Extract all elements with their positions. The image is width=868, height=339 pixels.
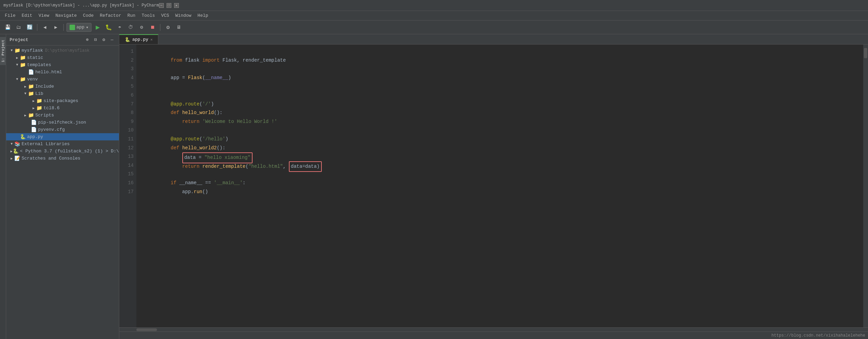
tree-item-tcl86[interactable]: ▶ 📁 tcl8.6 bbox=[6, 104, 119, 112]
folder-tcl-icon: 📁 bbox=[36, 105, 42, 111]
project-tree: ▼ 📁 mysflask D:\python\mysflask ▶ 📁 stat… bbox=[6, 46, 119, 339]
menu-file[interactable]: File bbox=[2, 12, 18, 19]
tree-label-pyvenv: pyvenv.cfg bbox=[38, 127, 65, 132]
tree-item-python37[interactable]: ▶ 🐍 < Python 3.7 (fullstack_s2) (1) > D:… bbox=[6, 148, 119, 155]
menu-view[interactable]: View bbox=[36, 12, 52, 19]
tree-label-venv: venv bbox=[27, 77, 38, 82]
str-hello-route: '/hello' bbox=[202, 136, 225, 142]
sync-button[interactable]: 🔄 bbox=[25, 23, 34, 32]
line-num-6: 6 bbox=[119, 91, 134, 100]
folder-site-icon: 📁 bbox=[36, 98, 42, 104]
kw-return2: return bbox=[182, 164, 199, 169]
title-bar: mysflask [D:\python\mysflask] - ...\app.… bbox=[0, 0, 868, 11]
debug-button[interactable]: 🐛 bbox=[104, 23, 113, 32]
line-num-17: 17 bbox=[119, 188, 134, 197]
toolbar: 💾 🗂 🔄 ◀ ▶ app ▾ ▶ 🐛 ☂ ⏱ ⚙ ⏹ ⚙ 🖥 bbox=[0, 21, 868, 34]
tree-item-hello-html[interactable]: 📄 hello.html bbox=[6, 68, 119, 76]
tree-label-site-packages: site-packages bbox=[44, 98, 78, 103]
tree-label-python37: < Python 3.7 (fullstack_s2) (1) > D:\ bbox=[20, 149, 119, 154]
sidebar-hide-icon[interactable]: — bbox=[109, 36, 115, 43]
menu-vcs[interactable]: VCS bbox=[158, 12, 172, 19]
fn-run: run bbox=[194, 189, 202, 194]
tree-item-lib[interactable]: ▼ 📁 Lib bbox=[6, 90, 119, 97]
stop-button[interactable]: ⏹ bbox=[148, 23, 157, 32]
menu-refactor[interactable]: Refactor bbox=[97, 12, 124, 19]
tree-item-static[interactable]: ▶ 📁 static bbox=[6, 54, 119, 61]
tree-item-mysflask[interactable]: ▼ 📁 mysflask D:\python\mysflask bbox=[6, 47, 119, 54]
tree-label-ext-libs: External Libraries bbox=[22, 141, 70, 147]
title-bar-controls: — □ ✕ bbox=[159, 3, 179, 8]
settings-button[interactable]: ⚙ bbox=[163, 23, 173, 32]
sidebar: Project ⊕ ⊟ ⚙ — ▼ 📁 mysflask D:\python\m… bbox=[6, 34, 119, 339]
tree-item-pip-json[interactable]: 📄 pip-selfcheck.json bbox=[6, 119, 119, 126]
folder-static-icon: 📁 bbox=[20, 55, 26, 61]
menu-tools[interactable]: Tools bbox=[139, 12, 158, 19]
terminal-button[interactable]: 🖥 bbox=[174, 23, 184, 32]
line-num-1: 1 bbox=[119, 47, 134, 56]
tree-label-include: Include bbox=[35, 84, 54, 89]
menu-run[interactable]: Run bbox=[125, 12, 138, 19]
code-editor[interactable]: from flask import Flask, render_template… bbox=[136, 45, 863, 327]
menu-edit[interactable]: Edit bbox=[19, 12, 35, 19]
tree-item-pyvenv[interactable]: 📄 pyvenv.cfg bbox=[6, 126, 119, 133]
coverage-button[interactable]: ☂ bbox=[115, 23, 124, 32]
tab-label-app-py: app.py bbox=[132, 37, 148, 42]
sidebar-collapse-icon[interactable]: ⊟ bbox=[92, 36, 99, 43]
expand-arrow-include-icon: ▶ bbox=[23, 85, 28, 89]
tab-close-icon[interactable]: ✕ bbox=[150, 37, 153, 42]
project-side-tab[interactable]: 1: Project bbox=[0, 37, 6, 65]
tree-label-templates: templates bbox=[27, 62, 51, 67]
line-num-9: 9 bbox=[119, 117, 134, 126]
menu-help[interactable]: Help bbox=[195, 12, 211, 19]
kw-import: import bbox=[202, 58, 219, 63]
folder-venv-icon: 📁 bbox=[20, 76, 26, 82]
folder-include-icon: 📁 bbox=[28, 84, 34, 89]
vertical-scrollbar[interactable] bbox=[863, 45, 868, 327]
folder-scripts-icon: 📁 bbox=[28, 112, 34, 118]
menu-bar: File Edit View Navigate Code Refactor Ru… bbox=[0, 11, 868, 21]
line-num-10: 10 bbox=[119, 126, 134, 135]
tree-item-site-packages[interactable]: ▶ 📁 site-packages bbox=[6, 97, 119, 104]
back-button[interactable]: ◀ bbox=[40, 23, 50, 32]
menu-navigate[interactable]: Navigate bbox=[53, 12, 80, 19]
run-config-dropdown[interactable]: app ▾ bbox=[66, 23, 91, 32]
sidebar-settings-icon[interactable]: ⚙ bbox=[100, 36, 107, 43]
tree-item-include[interactable]: ▶ 📁 Include bbox=[6, 83, 119, 90]
dropdown-arrow-icon: ▾ bbox=[86, 25, 88, 30]
tree-item-app-py[interactable]: 🐍 app.py bbox=[6, 133, 119, 140]
tree-item-venv[interactable]: ▼ 📁 venv bbox=[6, 76, 119, 83]
editor-tab-app-py[interactable]: 🐍 app.py ✕ bbox=[119, 34, 158, 44]
python-icon: 🐍 bbox=[13, 148, 19, 154]
kw-if: if bbox=[171, 180, 176, 186]
minimize-button[interactable]: — bbox=[159, 3, 164, 8]
run-button[interactable]: ▶ bbox=[93, 23, 102, 32]
editor-area: 🐍 app.py ✕ 1 2 3 4 5 6 7 8 9 10 11 12 13 bbox=[119, 34, 868, 339]
code-line-5 bbox=[142, 82, 858, 91]
forward-button[interactable]: ▶ bbox=[51, 23, 61, 32]
expand-arrow-site-icon: ▶ bbox=[31, 99, 36, 103]
menu-window[interactable]: Window bbox=[173, 12, 194, 19]
menu-code[interactable]: Code bbox=[80, 12, 96, 19]
tree-item-templates[interactable]: ▼ 📁 templates bbox=[6, 61, 119, 68]
concurrency-button[interactable]: ⚙ bbox=[137, 23, 146, 32]
profile-button[interactable]: ⏱ bbox=[126, 23, 135, 32]
expand-arrow-templates-icon: ▼ bbox=[14, 63, 20, 67]
code-line-8: return 'Welcome to Hello World !' bbox=[142, 109, 858, 117]
scrollbar-thumb bbox=[864, 48, 867, 58]
line-num-15: 15 bbox=[119, 170, 134, 179]
line-numbers: 1 2 3 4 5 6 7 8 9 10 11 12 13 14 15 16 1… bbox=[119, 45, 136, 327]
save-button[interactable]: 💾 bbox=[3, 23, 12, 32]
kw-from: from bbox=[171, 58, 182, 63]
tree-item-ext-libs[interactable]: ▼ 📚 External Libraries bbox=[6, 140, 119, 148]
tree-label-mysflask: mysflask bbox=[22, 48, 43, 53]
close-button[interactable]: ✕ bbox=[174, 3, 179, 8]
scratches-icon: 📝 bbox=[14, 155, 20, 161]
horizontal-scrollbar[interactable] bbox=[119, 327, 868, 331]
code-line-4 bbox=[142, 74, 858, 83]
expand-arrow-static-icon: ▶ bbox=[14, 56, 20, 60]
save-all-button[interactable]: 🗂 bbox=[14, 23, 23, 32]
tree-item-scripts[interactable]: ▶ 📁 Scripts bbox=[6, 112, 119, 119]
maximize-button[interactable]: □ bbox=[167, 3, 171, 8]
sidebar-add-icon[interactable]: ⊕ bbox=[84, 36, 91, 43]
tree-item-scratches[interactable]: ▶ 📝 Scratches and Consoles bbox=[6, 155, 119, 162]
